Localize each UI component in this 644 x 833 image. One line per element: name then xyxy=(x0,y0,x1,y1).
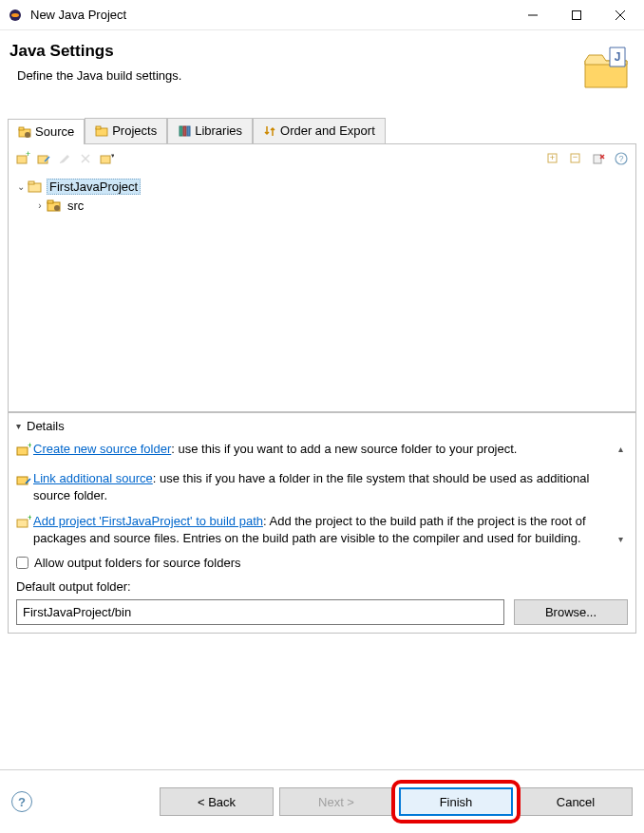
svg-rect-28 xyxy=(28,181,34,184)
detail-item: + Add project 'FirstJavaProject' to buil… xyxy=(16,513,611,546)
tab-order-export[interactable]: Order and Export xyxy=(253,118,386,143)
folder-java-icon: J xyxy=(579,42,633,95)
svg-text:?: ? xyxy=(618,154,623,163)
new-folder-icon: + xyxy=(16,443,33,461)
minimize-button[interactable] xyxy=(511,1,555,29)
project-folder-icon xyxy=(28,180,43,193)
add-buildpath-icon: + xyxy=(16,515,33,546)
remove-button[interactable] xyxy=(75,148,96,169)
collapse-all-button[interactable]: − xyxy=(565,148,586,169)
details-section: ▾ Details ▴ + Create new source folder: … xyxy=(8,412,636,634)
details-toggle[interactable]: ▾ Details xyxy=(16,419,628,433)
source-folder-icon xyxy=(18,125,31,139)
svg-text:+: + xyxy=(28,443,31,450)
svg-rect-24 xyxy=(594,155,601,163)
tab-projects[interactable]: Projects xyxy=(85,118,167,143)
dialog-button-bar: ? < Back Next > Finish Cancel xyxy=(0,769,644,833)
source-folder-icon xyxy=(47,199,62,212)
allow-output-folders-label: Allow output folders for source folders xyxy=(34,556,241,570)
title-bar: New Java Project xyxy=(0,0,644,30)
tab-libraries[interactable]: Libraries xyxy=(167,118,253,143)
maximize-button[interactable] xyxy=(555,1,598,29)
triangle-down-icon: ▾ xyxy=(16,421,21,431)
eclipse-icon xyxy=(8,8,23,23)
svg-rect-3 xyxy=(573,10,581,19)
page-subtitle: Define the Java build settings. xyxy=(17,68,579,83)
default-output-label: Default output folder: xyxy=(16,579,628,594)
chevron-down-icon[interactable]: ⌄ xyxy=(14,181,28,192)
link-additional-source-link[interactable]: Link additional source xyxy=(33,471,153,485)
source-toolbar: + ▾ + − ? xyxy=(8,144,636,173)
toggle-button[interactable]: ▾ xyxy=(96,148,117,169)
svg-text:J: J xyxy=(615,50,621,64)
svg-rect-13 xyxy=(183,126,186,136)
svg-point-9 xyxy=(25,132,30,138)
tree-project-node[interactable]: ⌄ FirstJavaProject xyxy=(14,177,630,196)
svg-rect-8 xyxy=(19,127,24,130)
svg-rect-12 xyxy=(180,126,182,136)
order-icon xyxy=(263,124,276,138)
detail-item: Link additional source: use this if you … xyxy=(16,470,611,503)
detail-item: + Create new source folder: use this if … xyxy=(16,441,611,461)
link-folder-button[interactable] xyxy=(33,148,54,169)
chevron-right-icon[interactable]: › xyxy=(33,200,47,211)
tree-src-node[interactable]: › src xyxy=(14,196,630,215)
expand-all-button[interactable]: + xyxy=(542,148,563,169)
tab-bar: Source Projects Libraries Order and Expo… xyxy=(8,118,636,144)
libraries-icon xyxy=(178,124,191,138)
link-source-icon xyxy=(16,472,33,503)
clear-button[interactable] xyxy=(588,148,609,169)
source-tree[interactable]: ⌄ FirstJavaProject › src xyxy=(8,173,636,412)
svg-text:+: + xyxy=(26,151,30,159)
scroll-down-button[interactable]: ▾ xyxy=(613,531,628,546)
cancel-button[interactable]: Cancel xyxy=(519,787,633,816)
edit-button[interactable] xyxy=(54,148,75,169)
svg-point-1 xyxy=(11,13,19,17)
projects-icon xyxy=(95,124,108,138)
svg-text:+: + xyxy=(28,515,31,522)
tree-node-label: FirstJavaProject xyxy=(47,179,141,195)
svg-text:▾: ▾ xyxy=(111,152,114,159)
tab-source[interactable]: Source xyxy=(8,119,85,144)
back-button[interactable]: < Back xyxy=(160,787,274,816)
svg-text:−: − xyxy=(573,152,578,161)
help-icon-button[interactable]: ? xyxy=(611,148,632,169)
scroll-up-button[interactable]: ▴ xyxy=(613,441,628,456)
svg-rect-11 xyxy=(96,126,101,129)
window-title: New Java Project xyxy=(30,8,511,22)
svg-rect-14 xyxy=(187,126,190,136)
tree-node-label: src xyxy=(66,199,85,213)
svg-rect-32 xyxy=(17,447,28,455)
add-folder-button[interactable]: + xyxy=(12,148,33,169)
svg-rect-35 xyxy=(17,520,28,527)
allow-output-folders-checkbox[interactable] xyxy=(16,557,28,569)
next-button: Next > xyxy=(279,787,393,816)
finish-button[interactable]: Finish xyxy=(399,787,513,816)
svg-point-31 xyxy=(54,205,60,211)
close-button[interactable] xyxy=(598,1,642,29)
page-title: Java Settings xyxy=(9,42,579,61)
create-source-folder-link[interactable]: Create new source folder xyxy=(33,442,171,456)
browse-button[interactable]: Browse... xyxy=(514,599,628,625)
add-project-buildpath-link[interactable]: Add project 'FirstJavaProject' to build … xyxy=(33,514,263,528)
svg-rect-18 xyxy=(101,156,110,163)
default-output-field[interactable] xyxy=(16,599,504,625)
help-button[interactable]: ? xyxy=(11,791,32,812)
details-heading: Details xyxy=(27,419,65,433)
svg-rect-30 xyxy=(47,200,53,203)
svg-text:+: + xyxy=(550,153,555,162)
dialog-header: Java Settings Define the Java build sett… xyxy=(0,30,644,106)
